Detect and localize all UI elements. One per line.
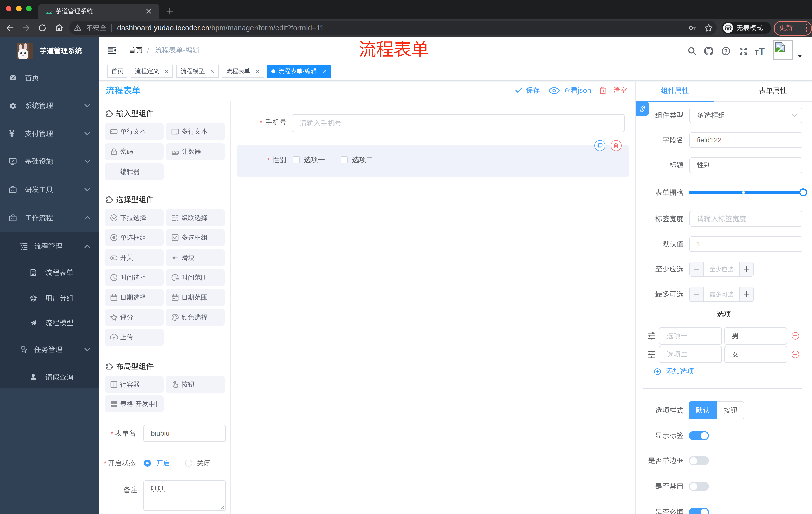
svg-text:123: 123 <box>171 150 179 155</box>
